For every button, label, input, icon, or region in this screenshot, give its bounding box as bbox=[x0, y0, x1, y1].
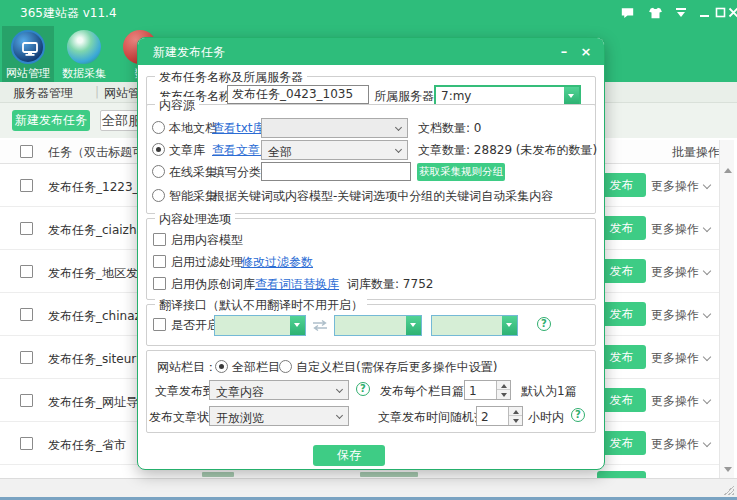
status-bar bbox=[0, 478, 737, 497]
translate-to-select[interactable] bbox=[431, 315, 518, 336]
scroll-up-icon[interactable] bbox=[724, 168, 732, 173]
spin-down-icon[interactable] bbox=[509, 416, 522, 425]
translate-enable-label: 是否开启 bbox=[171, 317, 219, 334]
tab-server-management[interactable]: 服务器管理 bbox=[13, 85, 73, 102]
scroll-down-icon[interactable] bbox=[724, 467, 732, 472]
maximize-button[interactable] bbox=[713, 6, 727, 19]
chevron-down-icon bbox=[703, 353, 711, 361]
row-checkbox[interactable] bbox=[20, 394, 33, 407]
close-button[interactable] bbox=[726, 6, 737, 19]
minimize-button[interactable] bbox=[697, 6, 711, 19]
resize-grip[interactable] bbox=[724, 485, 734, 495]
all-columns-radio[interactable] bbox=[215, 360, 228, 373]
new-publish-task-button[interactable]: 新建发布任务 bbox=[12, 110, 90, 131]
chevron-down-icon[interactable] bbox=[502, 316, 517, 335]
spin-up-icon[interactable] bbox=[509, 407, 522, 416]
dialog-titlebar: 新建发布任务 – × bbox=[138, 38, 604, 65]
section-label: 翻译接口（默认不用翻译时不用开启） bbox=[155, 297, 367, 314]
filter-checkbox[interactable] bbox=[153, 255, 166, 268]
vertical-scrollbar[interactable] bbox=[719, 140, 734, 478]
dropdown-arrow-icon[interactable] bbox=[674, 6, 688, 19]
select-all-checkbox[interactable] bbox=[20, 145, 33, 158]
translate-mid-select[interactable] bbox=[334, 315, 422, 336]
chevron-down-icon[interactable] bbox=[406, 316, 421, 335]
more-actions-button[interactable]: 更多操作 bbox=[651, 264, 710, 281]
task-name-input[interactable] bbox=[227, 85, 369, 104]
pseudo-original-label: 启用伪原创词库 bbox=[171, 276, 255, 293]
dialog-title: 新建发布任务 bbox=[153, 44, 225, 61]
translate-enable-checkbox[interactable] bbox=[153, 318, 166, 331]
chevron-down-icon bbox=[395, 146, 402, 153]
local-doc-radio[interactable] bbox=[152, 121, 165, 134]
content-source-section: 内容源 本地文档 查看txt库 文档数量: 0 文章库 查看文章库 全部 文章数… bbox=[146, 104, 596, 214]
row-checkbox[interactable] bbox=[20, 437, 33, 450]
doc-count: 文档数量: 0 bbox=[418, 120, 482, 137]
row-checkbox[interactable] bbox=[20, 265, 33, 278]
custom-columns-radio[interactable] bbox=[279, 360, 292, 373]
get-collect-rules-button[interactable]: 获取采集规则分组 bbox=[417, 163, 505, 181]
smart-collect-radio[interactable] bbox=[152, 189, 165, 202]
toolbar-item-label: 数据采集 bbox=[58, 66, 110, 81]
article-lib-radio[interactable] bbox=[152, 143, 165, 156]
local-doc-label: 本地文档 bbox=[169, 120, 217, 137]
help-icon[interactable] bbox=[571, 408, 585, 422]
new-publish-task-dialog: 新建发布任务 – × 发布任务名称及所属服务器 发布任务名称： 所属服务器： 7… bbox=[137, 37, 605, 470]
modify-filter-link[interactable]: 修改过滤参数 bbox=[241, 254, 313, 271]
more-actions-button[interactable]: 更多操作 bbox=[651, 350, 710, 367]
more-actions-button[interactable]: 更多操作 bbox=[651, 393, 710, 410]
txt-lib-select[interactable] bbox=[261, 118, 408, 138]
chevron-down-icon[interactable] bbox=[290, 316, 305, 335]
time-range-spinner[interactable]: 2 bbox=[476, 406, 523, 426]
article-lib-select[interactable]: 全部 bbox=[261, 140, 408, 160]
row-checkbox[interactable] bbox=[20, 222, 33, 235]
more-actions-button[interactable]: 更多操作 bbox=[651, 178, 710, 195]
publish-button[interactable] bbox=[597, 471, 646, 478]
dialog-minimize-button[interactable]: – bbox=[556, 44, 572, 59]
feedback-icon[interactable] bbox=[620, 6, 634, 19]
per-column-label: 发布每个栏目篇数 bbox=[380, 383, 476, 400]
chevron-down-icon bbox=[703, 310, 711, 318]
spinner-buttons bbox=[508, 407, 522, 425]
section-label: 内容源 bbox=[155, 97, 199, 114]
view-thesaurus-link[interactable]: 查看词语替换库 bbox=[255, 276, 339, 293]
more-actions-button[interactable]: 更多操作 bbox=[651, 436, 710, 453]
category-field-label: 填写分类 bbox=[213, 164, 261, 181]
per-column-suffix: 默认为1篇 bbox=[521, 383, 577, 400]
swap-arrows-icon bbox=[311, 319, 329, 335]
status-select-value: 开放浏览 bbox=[216, 410, 264, 427]
more-actions-button[interactable]: 更多操作 bbox=[651, 307, 710, 324]
toolbar-item-data-collect[interactable]: 数据采集 bbox=[58, 26, 110, 82]
row-checkbox[interactable] bbox=[20, 179, 33, 192]
server-select[interactable]: 7:my bbox=[434, 85, 581, 106]
pseudo-original-checkbox[interactable] bbox=[153, 277, 166, 290]
status-select[interactable]: 开放浏览 bbox=[209, 406, 349, 426]
toolbar-item-site-management[interactable]: 网站管理 bbox=[2, 26, 54, 82]
content-model-checkbox[interactable] bbox=[153, 233, 166, 246]
custom-columns-label: 自定义栏目(需保存后更多操作中设置) bbox=[296, 359, 497, 376]
more-actions-button[interactable]: 更多操作 bbox=[651, 221, 710, 238]
chevron-down-icon bbox=[703, 396, 711, 404]
per-column-value: 1 bbox=[469, 384, 477, 398]
publish-to-select[interactable]: 文章内容 bbox=[209, 380, 349, 400]
smart-collect-label: 智能采集 bbox=[169, 188, 217, 205]
smart-collect-desc: 根据关键词或内容模型-关键词选项中分组的关键词自动采集内容 bbox=[213, 188, 553, 205]
help-icon[interactable] bbox=[356, 382, 370, 396]
row-checkbox[interactable] bbox=[20, 308, 33, 321]
row-checkbox[interactable] bbox=[20, 351, 33, 364]
help-icon[interactable] bbox=[537, 317, 551, 331]
task-name: 发布任务_ciaizhan bbox=[48, 222, 151, 239]
online-collect-radio[interactable] bbox=[152, 165, 165, 178]
save-button[interactable]: 保存 bbox=[313, 445, 385, 466]
toolbar-item-label: 网站管理 bbox=[2, 66, 54, 81]
translate-from-select[interactable] bbox=[214, 315, 306, 336]
spin-up-icon[interactable] bbox=[497, 381, 510, 390]
dialog-close-button[interactable]: × bbox=[578, 44, 594, 59]
skin-icon[interactable] bbox=[648, 6, 662, 19]
view-txt-lib-link[interactable]: 查看txt库 bbox=[212, 120, 265, 137]
category-input[interactable] bbox=[261, 162, 411, 181]
chevron-down-icon[interactable] bbox=[564, 87, 579, 104]
server-select-value: 7:my bbox=[441, 89, 471, 103]
per-column-spinner[interactable]: 1 bbox=[464, 380, 511, 400]
spin-down-icon[interactable] bbox=[497, 390, 510, 399]
publish-to-label: 文章发布到 bbox=[155, 383, 215, 400]
